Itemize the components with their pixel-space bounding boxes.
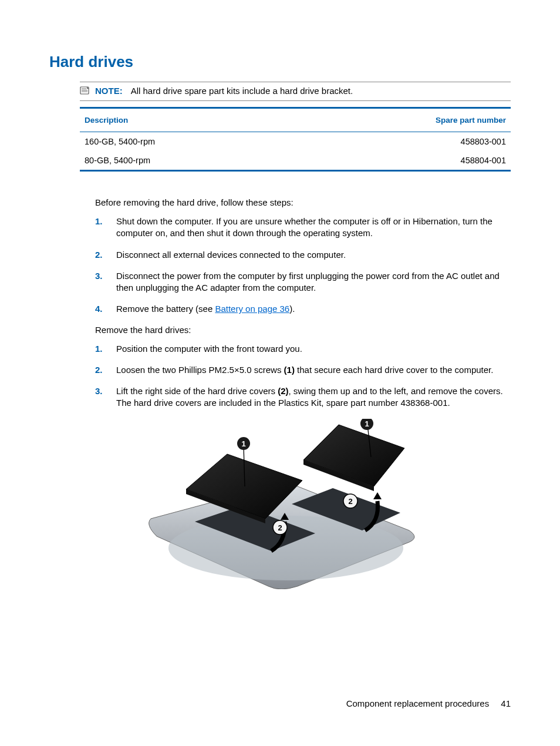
steps-remove-drives: 1. Position the computer with the front … [95, 343, 511, 409]
cell-description: 80-GB, 5400-rpm [85, 156, 150, 165]
steps-before-removing: 1. Shut down the computer. If you are un… [95, 216, 511, 315]
list-item: 2. Disconnect all external devices conne… [95, 249, 511, 261]
step-text: Lift the right side of the hard drive co… [116, 385, 511, 409]
intro-paragraph: Before removing the hard drive, follow t… [95, 197, 511, 207]
step-text: Disconnect all external devices connecte… [116, 249, 511, 261]
step-text: Remove the battery (see Battery on page … [116, 303, 511, 315]
step-number: 3. [95, 270, 106, 294]
cell-spare: 458803-001 [461, 137, 506, 146]
step-number: 3. [95, 385, 106, 409]
footer-section: Component replacement procedures [346, 698, 489, 708]
step-text-pre: Remove the battery (see [116, 304, 215, 314]
note-icon [80, 86, 90, 96]
svg-text:1: 1 [241, 439, 245, 448]
step-text-post: that secure each hard drive cover to the… [295, 365, 494, 375]
battery-link[interactable]: Battery on page 36 [215, 304, 289, 314]
page-number: 41 [501, 698, 511, 708]
step-text-pre: Lift the right side of the hard drive co… [116, 386, 278, 396]
svg-text:2: 2 [278, 523, 282, 532]
parts-table: Description Spare part number 160-GB, 54… [80, 107, 511, 172]
list-item: 1. Position the computer with the front … [95, 343, 511, 355]
list-item: 2. Loosen the two Phillips PM2.5×5.0 scr… [95, 364, 511, 376]
list-item: 1. Shut down the computer. If you are un… [95, 216, 511, 240]
page-heading: Hard drives [49, 53, 511, 71]
col-spare-part: Spare part number [436, 116, 506, 125]
step-text: Shut down the computer. If you are unsur… [116, 216, 511, 240]
step-number: 1. [95, 216, 106, 240]
page-footer: Component replacement procedures 41 [346, 698, 511, 708]
table-header: Description Spare part number [80, 109, 511, 132]
table-row: 160-GB, 5400-rpm 458803-001 [80, 132, 511, 151]
cell-spare: 458804-001 [461, 156, 506, 165]
hard-drive-cover-illustration: 1 1 2 2 [139, 419, 421, 589]
step-number: 4. [95, 303, 106, 315]
svg-text:1: 1 [365, 419, 369, 428]
note-label: NOTE: [95, 86, 123, 96]
table-row: 80-GB, 5400-rpm 458804-001 [80, 151, 511, 170]
col-description: Description [85, 116, 128, 125]
list-item: 3. Disconnect the power from the compute… [95, 270, 511, 294]
step-text-post: ). [289, 304, 295, 314]
step-text: Position the computer with the front tow… [116, 343, 511, 355]
cell-description: 160-GB, 5400-rpm [85, 137, 155, 146]
step-callout: (1) [284, 365, 295, 375]
svg-text:2: 2 [348, 497, 352, 506]
step-callout: (2) [278, 386, 288, 396]
intro-paragraph-2: Remove the hard drives: [95, 325, 511, 335]
note-text: All hard drive spare part kits include a… [131, 86, 353, 96]
step-number: 2. [95, 364, 106, 376]
list-item: 3. Lift the right side of the hard drive… [95, 385, 511, 409]
step-text: Loosen the two Phillips PM2.5×5.0 screws… [116, 364, 511, 376]
step-text: Disconnect the power from the computer b… [116, 270, 511, 294]
step-text-pre: Loosen the two Phillips PM2.5×5.0 screws [116, 365, 284, 375]
step-number: 2. [95, 249, 106, 261]
step-number: 1. [95, 343, 106, 355]
list-item: 4. Remove the battery (see Battery on pa… [95, 303, 511, 315]
note-box: NOTE: All hard drive spare part kits inc… [80, 82, 511, 101]
